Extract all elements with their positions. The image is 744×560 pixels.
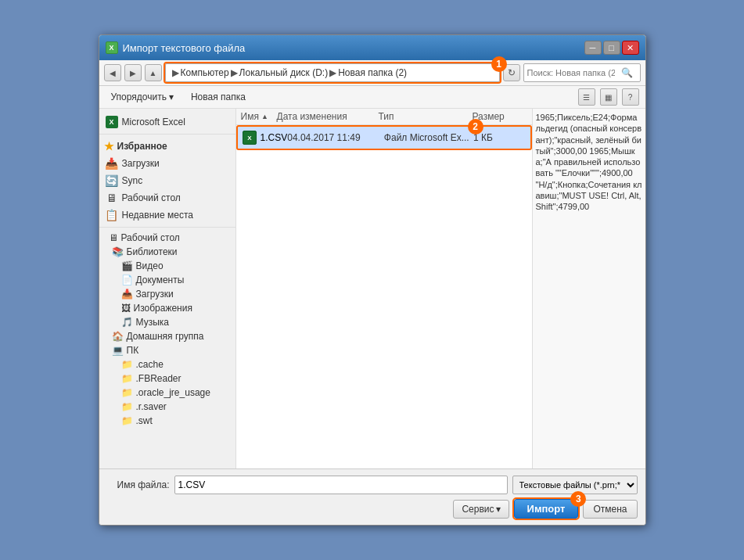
file-type: Файл Microsoft Ex... <box>384 132 473 143</box>
view-list-button[interactable]: ☰ <box>578 88 595 106</box>
file-row[interactable]: X 1.CSV 04.04.2017 11:49 Файл Microsoft … <box>236 125 532 150</box>
tree-item-fbreader[interactable]: 📁 .FBReader <box>99 372 235 386</box>
action-row: Сервис ▾ Импорт 3 Отмена <box>107 499 638 519</box>
search-input[interactable] <box>524 68 618 77</box>
main-area: X Microsoft Excel ★ Избранное 📥 Загрузки… <box>99 109 645 468</box>
help-button[interactable]: ? <box>622 88 639 106</box>
favorites-label: Избранное <box>117 141 167 152</box>
tree-item-homegroup[interactable]: 🏠 Домашняя группа <box>99 329 235 343</box>
new-folder-label: Новая папка <box>191 92 246 102</box>
tree-item-oracle[interactable]: 📁 .oracle_jre_usage <box>99 386 235 400</box>
minimize-button[interactable]: ─ <box>584 41 602 55</box>
address-path[interactable]: ▶ Компьютер ▶ Локальный диск (D:) ▶ Нова… <box>165 63 500 82</box>
tree-item-music[interactable]: 🎵 Музыка <box>99 315 235 329</box>
up-button[interactable]: ▲ <box>145 64 162 81</box>
filename-row: Имя файла: Текстовые файлы (*.prn;*.txt;… <box>107 476 638 494</box>
recent-icon: 📋 <box>106 209 118 221</box>
favorites-header: ★ Избранное <box>99 138 235 155</box>
filename-input[interactable] <box>174 476 508 494</box>
downloads-icon: 📥 <box>106 157 118 170</box>
tree-item-video[interactable]: 🎬 Видео <box>99 259 235 273</box>
sidebar-item-recent[interactable]: 📋 Недавние места <box>99 206 235 224</box>
tree-item-documents[interactable]: 📄 Документы <box>99 273 235 287</box>
sort-button[interactable]: Упорядочить ▾ <box>106 88 179 106</box>
docs-icon: 📄 <box>121 275 133 285</box>
file-list: Имя ▲ Дата изменения Тип Размер X 1.CSV <box>236 109 532 468</box>
filename-label: Имя файла: <box>107 479 170 490</box>
service-button[interactable]: Сервис ▾ <box>453 500 509 519</box>
sort-arrow-icon: ▾ <box>169 92 174 102</box>
address-bar: ◀ ▶ ▲ ▶ Компьютер ▶ Локальный диск (D:) … <box>99 60 645 86</box>
app-icon: X <box>106 41 118 54</box>
sidebar: X Microsoft Excel ★ Избранное 📥 Загрузки… <box>99 109 236 468</box>
sidebar-item-desktop[interactable]: 🖥 Рабочий стол <box>99 189 235 206</box>
toolbar: Упорядочить ▾ Новая папка ☰ ▦ ? <box>99 86 645 109</box>
title-bar-left: X Импорт текстового файла <box>106 41 246 54</box>
tree-item-libraries[interactable]: 📚 Библиотеки <box>99 245 235 259</box>
view-details-button[interactable]: ▦ <box>600 88 617 106</box>
divider-2 <box>99 227 235 228</box>
search-icon[interactable]: 🔍 <box>618 67 636 78</box>
toolbar-left: Упорядочить ▾ Новая папка <box>106 88 251 106</box>
file-name: 1.CSV <box>261 132 288 143</box>
import-dialog: X Импорт текстового файла ─ □ ✕ ◀ ▶ ▲ ▶ … <box>99 34 646 526</box>
close-button[interactable]: ✕ <box>622 41 639 55</box>
libraries-icon: 📚 <box>112 246 124 257</box>
dl2-icon: 📥 <box>121 289 133 300</box>
rsaver-icon: 📁 <box>121 401 133 412</box>
cancel-button[interactable]: Отмена <box>583 500 637 519</box>
tree-item-images[interactable]: 🖼 Изображения <box>99 301 235 315</box>
tree-item-desktop[interactable]: 🖥 Рабочий стол <box>99 231 235 245</box>
swt-icon: 📁 <box>121 415 133 426</box>
path-folder[interactable]: Новая папка (2) <box>338 67 407 78</box>
file-icon: X <box>243 130 257 145</box>
tree-item-cache[interactable]: 📁 .cache <box>99 357 235 372</box>
music-icon: 🎵 <box>121 317 133 328</box>
forward-button[interactable]: ▶ <box>124 64 142 81</box>
excel-icon: X <box>106 116 118 128</box>
divider-1 <box>99 134 235 135</box>
back-button[interactable]: ◀ <box>104 64 121 81</box>
sort-name-arrow: ▲ <box>261 113 268 120</box>
col-type-header[interactable]: Тип <box>379 111 473 122</box>
images-icon: 🖼 <box>121 303 131 314</box>
import-button[interactable]: Импорт <box>514 499 579 519</box>
file-size: 1 КБ <box>473 132 526 143</box>
fb-icon: 📁 <box>121 373 133 384</box>
import-btn-container: Импорт 3 <box>514 499 579 519</box>
tree-item-pc[interactable]: 💻 ПК <box>99 343 235 357</box>
new-folder-button[interactable]: Новая папка <box>185 88 251 106</box>
col-date-header[interactable]: Дата изменения <box>277 111 379 122</box>
pc-icon: 💻 <box>112 345 124 356</box>
bottom-bar: Имя файла: Текстовые файлы (*.prn;*.txt;… <box>99 468 645 525</box>
maximize-button[interactable]: □ <box>603 41 620 55</box>
dialog-title: Импорт текстового файла <box>123 42 246 54</box>
sync-icon: 🔄 <box>106 174 118 187</box>
right-panel: 1965;Пиксель;Е24;Формальдегид (опасный к… <box>532 109 645 468</box>
toolbar-right: ☰ ▦ ? <box>578 88 639 106</box>
badge-1: 1 <box>491 56 507 72</box>
service-arrow-icon: ▾ <box>496 504 501 515</box>
search-box[interactable]: 🔍 <box>523 63 641 82</box>
homegroup-icon: 🏠 <box>112 331 124 342</box>
service-label: Сервис <box>462 504 494 515</box>
tree-item-rsaver[interactable]: 📁 .r.saver <box>99 400 235 414</box>
sidebar-item-excel[interactable]: X Microsoft Excel <box>99 113 235 131</box>
window-controls[interactable]: ─ □ ✕ <box>584 41 639 55</box>
desktop2-icon: 🖥 <box>109 232 118 243</box>
oracle-icon: 📁 <box>121 387 133 398</box>
badge-2: 2 <box>468 119 483 135</box>
path-computer[interactable]: Компьютер <box>181 67 229 78</box>
column-headers: Имя ▲ Дата изменения Тип Размер <box>236 109 532 125</box>
sort-label: Упорядочить <box>111 92 167 102</box>
sidebar-item-downloads[interactable]: 📥 Загрузки <box>99 155 235 172</box>
path-disk[interactable]: Локальный диск (D:) <box>239 67 329 78</box>
excel-label: Microsoft Excel <box>122 117 185 127</box>
file-date: 04.04.2017 11:49 <box>287 132 384 143</box>
tree-item-swt[interactable]: 📁 .swt <box>99 414 235 428</box>
col-name-header[interactable]: Имя ▲ <box>241 111 277 122</box>
excel-file-icon: X <box>243 131 257 145</box>
sidebar-item-sync[interactable]: 🔄 Sync <box>99 172 235 189</box>
tree-item-downloads2[interactable]: 📥 Загрузки <box>99 287 235 301</box>
right-panel-text: 1965;Пиксель;Е24;Формальдегид (опасный к… <box>536 113 642 211</box>
